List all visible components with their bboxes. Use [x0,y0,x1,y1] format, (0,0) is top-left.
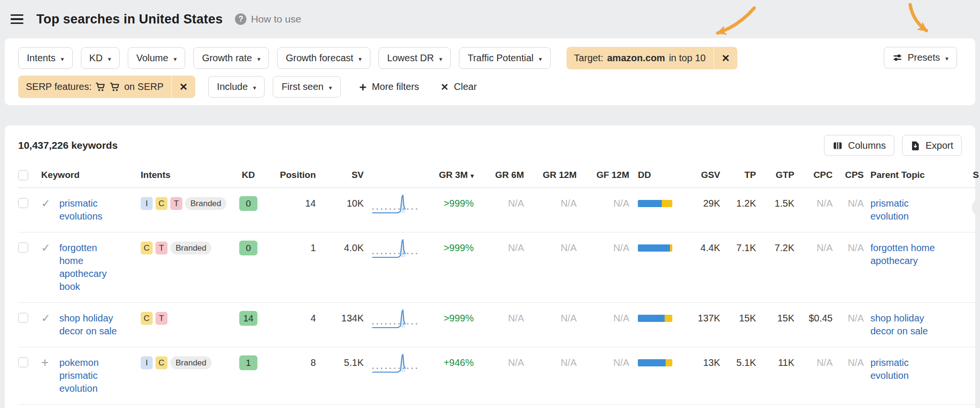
chevron-down-icon: ▾ [329,84,332,91]
filter-row-1: Intents▾KD▾Volume▾Growth rate▾Growth for… [18,47,966,69]
menu-hamburger-icon[interactable] [11,14,23,24]
app-header: Top searches in United States ? How to u… [0,0,980,38]
trend-cell [370,303,428,347]
column-header-dd[interactable]: DD [636,164,679,187]
row-checkbox[interactable] [18,243,28,253]
parent-topic-link[interactable]: prismatic evolution [870,197,942,223]
chevron-down-icon: ▾ [108,55,111,63]
column-header-gr_12m[interactable]: GR 12M [531,164,583,187]
presets-button[interactable]: Presets ▾ [884,47,957,68]
gtp-cell: 1.5K [763,188,801,232]
filter-dropdown-lowest-dr[interactable]: Lowest DR▾ [379,47,451,69]
gr-12m-cell: N/A [531,232,583,302]
results-panel: 10,437,226 keywords Columns Export Keywo… [5,125,975,408]
shopping-cart-icon [110,82,120,92]
keyword-link[interactable]: prismatic evolutions [59,197,120,223]
column-header-label: GR 3M [439,170,468,180]
column-header-gr_3m[interactable]: GR 3M▾ [428,164,480,187]
column-header-intents[interactable]: Intents [141,164,227,187]
filter-dropdown-growth-rate[interactable]: Growth rate▾ [193,47,269,69]
row-select-cell [18,347,41,404]
intent-badge-c: C [141,312,153,325]
filter-dropdown-include[interactable]: Include▾ [208,76,265,98]
gf-12m-cell: N/A [583,303,636,347]
add-keyword-icon[interactable]: + [41,355,49,370]
serp-peek-button[interactable] [972,198,980,217]
filter-dropdown-kd[interactable]: KD▾ [81,47,120,69]
column-header-sv[interactable]: SV [323,164,370,187]
parent-topic-link[interactable]: forgotten home apothecary [870,242,942,267]
more-filters-button[interactable]: + More filters [356,76,423,98]
row-checkbox[interactable] [18,313,28,323]
gf-12m-cell: N/A [583,232,636,302]
keywords-count: 10,437,226 keywords [18,140,118,151]
parent-topic-link[interactable]: prismatic evolution [870,356,942,382]
filter-dropdowns-row1: Intents▾KD▾Volume▾Growth rate▾Growth for… [18,47,551,69]
row-checkbox[interactable] [18,357,28,367]
column-header-kd[interactable]: KD [227,164,270,187]
filter-dropdown-volume[interactable]: Volume▾ [128,47,185,69]
column-header-parent_topic[interactable]: Parent Topic [870,164,966,187]
column-header-gf_12m[interactable]: GF 12M [583,164,636,187]
column-header-position[interactable]: Position [270,164,323,187]
keyword-added-check-icon[interactable]: ✓ [41,242,50,254]
select-all-checkbox[interactable] [18,170,28,180]
filter-dropdown-growth-forecast[interactable]: Growth forecast▾ [277,47,370,69]
keyword-added-check-icon[interactable]: ✓ [41,197,50,210]
parent-topic-link[interactable]: shop holiday decor on sale [870,312,942,338]
gsv-cell: 4.4K [679,232,727,302]
column-header-gtp[interactable]: GTP [763,164,801,187]
keyword-link[interactable]: shop holiday decor on sale [59,312,120,338]
column-header-tp[interactable]: TP [727,164,763,187]
columns-button[interactable]: Columns [824,135,894,156]
keyword-added-check-icon[interactable]: ✓ [41,312,50,324]
keyword-link[interactable]: forgotten home apothecary book [59,242,120,293]
intent-badges: CT [141,312,227,325]
gtp-cell: 11K [763,347,801,404]
filter-dropdown-label: Volume [136,53,168,64]
position-cell: 14 [270,188,323,232]
serp-prefix: SERP features: [26,81,91,92]
column-header-keyword[interactable]: Keyword [41,164,141,187]
position-cell: 8 [270,347,323,404]
intent-badge-t: T [156,242,167,254]
target-filter-remove-icon[interactable]: ✕ [713,47,738,69]
chevron-down-icon: ▾ [257,55,261,63]
filter-dropdown-label: Growth rate [202,53,252,64]
gr-6m-cell: N/A [480,347,531,404]
column-header-label: TP [745,170,756,180]
demand-distribution-cell [636,347,679,404]
how-to-use-button[interactable]: ? How to use [235,13,301,25]
filter-dropdown-intents[interactable]: Intents▾ [18,47,73,69]
plus-icon: + [359,81,367,93]
column-header-cps[interactable]: CPS [839,164,870,187]
keyword-link[interactable]: pokemon prismatic evolution [59,356,120,395]
clear-filters-button[interactable]: ✕ Clear [437,76,481,98]
more-filters-label: More filters [372,81,419,92]
intent-badge-c: C [156,197,167,210]
column-header-gsv[interactable]: GSV [679,164,727,187]
keywords-table: KeywordIntentsKDPositionSVGR 3M▾GR 6MGR … [5,164,975,405]
column-header-gr_6m[interactable]: GR 6M [480,164,531,187]
kd-cell: 0 [227,232,270,302]
trend-sparkline [370,352,422,375]
columns-label: Columns [848,140,886,151]
row-checkbox[interactable] [18,198,28,208]
filter-dropdown-label: Include [217,81,248,92]
column-header-cpc[interactable]: CPC [801,164,839,187]
serp-filter-remove-icon[interactable]: ✕ [171,76,196,98]
trend-cell [370,347,428,404]
filter-dropdown-traffic-potential[interactable]: Traffic Potential▾ [459,47,550,69]
kd-cell: 1 [227,347,270,404]
cpc-cell: N/A [801,232,839,302]
column-header-label: S [973,170,979,180]
column-header-label: Intents [141,170,170,180]
filter-dropdown-first-seen[interactable]: First seen▾ [273,76,340,98]
shopping-cart-icon [95,82,106,92]
column-header-label: KD [242,170,255,180]
serp-features-filter-chip: SERP features: on SERP ✕ [18,76,195,98]
tp-cell: 1.2K [727,188,763,232]
parent-topic-cell: shop holiday decor on sale [870,303,966,347]
export-button[interactable]: Export [902,135,962,156]
column-header-next_partial[interactable]: S [966,164,980,187]
